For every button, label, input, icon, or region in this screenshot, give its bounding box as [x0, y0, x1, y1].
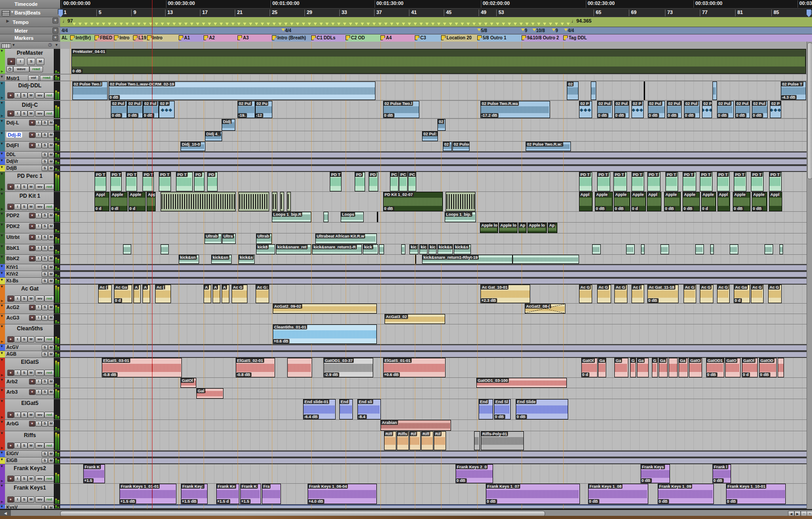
ruler-strip-tempo[interactable]: ♩97♩94.365	[60, 17, 812, 27]
view-grid-icon[interactable]	[2, 43, 11, 48]
input-button[interactable]: I	[14, 370, 21, 376]
lane-pd-perc-1[interactable]: PD TPD TPD TPD TPD TPD TPDPDPD TPDPDPCPC…	[60, 172, 807, 192]
chevron-down-icon[interactable]: ▼	[0, 142, 4, 146]
audio-clip[interactable]: 02 Pulse Two.l0 dB	[383, 101, 419, 118]
audio-clip[interactable]	[591, 81, 596, 100]
chevron-down-icon[interactable]: ▼	[0, 131, 4, 135]
mute-button[interactable]: M	[48, 132, 54, 138]
chevron-down-icon[interactable]: ▼	[0, 505, 4, 509]
clock-icon[interactable]: ◷	[48, 42, 52, 47]
record-button[interactable]: ●	[7, 370, 14, 376]
automation-mode-button[interactable]: red	[44, 476, 54, 482]
track-color-strip[interactable]: ▼	[0, 142, 5, 151]
audio-clip[interactable]: Apple0 dB	[752, 192, 767, 211]
solo-button[interactable]: S	[42, 315, 48, 321]
automation-mode-button[interactable]: red	[44, 370, 54, 376]
audio-clip[interactable]: Apple0 dB	[683, 192, 700, 211]
record-button[interactable]: ●	[7, 476, 14, 482]
audio-clip[interactable]: kick&sn	[179, 255, 199, 264]
track-color-strip[interactable]: ▼	[0, 351, 5, 357]
track-name[interactable]: KtVr2	[6, 271, 18, 276]
audio-clip[interactable]	[695, 244, 704, 254]
marker[interactable]: Tag DDL	[563, 35, 587, 40]
audio-clip[interactable]: Ac G	[751, 285, 764, 303]
lane-didj-ddl[interactable]: 02 Pulse Two.l02 Pulse Two.L.wav-DCRM_02…	[60, 81, 807, 100]
track-name[interactable]: ElGB	[6, 458, 17, 463]
audio-clip[interactable]: Frank Keys 1_06-04+4.0 dB	[308, 484, 377, 504]
input-button[interactable]: I	[35, 256, 42, 262]
meter-value[interactable]: 9	[525, 28, 527, 33]
audio-clip[interactable]: Riffs	[397, 431, 409, 450]
meter-value[interactable]: 4/4	[568, 28, 574, 33]
audio-clip[interactable]: 02	[567, 81, 579, 100]
audio-clip[interactable]: Loops 1_bip.R	[272, 212, 311, 222]
mute-button[interactable]: M	[48, 305, 54, 310]
track-name[interactable]: Ddj-R	[6, 132, 22, 138]
record-button[interactable]: ●	[29, 256, 35, 262]
audio-clip[interactable]: Ac (	[155, 285, 171, 303]
ruler-strip-markers[interactable]: ALIntr(Br)FBEDIntroL19IntroA1A2A3Intro (…	[60, 34, 812, 42]
audio-clip[interactable]: Ac (	[98, 285, 112, 303]
audio-clip[interactable]: ElGatS_02-01-0.8 dB	[236, 358, 275, 377]
track-name[interactable]: AcGV	[6, 345, 19, 350]
track-color-strip[interactable]: ▼	[0, 344, 5, 351]
track-color-strip[interactable]: ▼	[0, 451, 5, 457]
lane-pd-kit-1[interactable]: Appl0 dApple0 dlApple0 dAppPD Kit 1_02-0…	[60, 192, 807, 212]
audio-clip[interactable]	[323, 212, 328, 222]
audio-clip[interactable]: 02 Pul-19.	[237, 101, 255, 118]
audio-clip[interactable]: Apple0 d	[631, 192, 646, 211]
input-button[interactable]: I	[35, 245, 42, 251]
audio-clip[interactable]: Appl0 d	[95, 192, 109, 211]
track-color-strip[interactable]: ▼	[0, 271, 5, 277]
audio-clip[interactable]: GatOl0 d	[742, 358, 758, 377]
audio-clip[interactable]: App	[147, 192, 156, 211]
record-button[interactable]: ●	[29, 315, 35, 321]
audio-clip[interactable]: Loops	[341, 212, 364, 222]
track-color-strip[interactable]: ▼▶	[0, 172, 5, 191]
solo-button[interactable]: S	[21, 110, 28, 117]
marker[interactable]: AL	[62, 35, 67, 40]
audio-clip[interactable]: 02 Pul0 dB	[111, 101, 127, 118]
solo-button[interactable]: S	[42, 265, 48, 270]
track-list-toolbar[interactable]: ▼◷▼	[0, 42, 60, 49]
chevron-down-icon[interactable]: ▼	[0, 223, 4, 227]
lane-frank-keys2[interactable]: Frank K+1.5Frank Keys 2_00 dBFrank Keys0…	[60, 464, 807, 484]
track-name[interactable]: AGB	[6, 352, 16, 357]
meter-value[interactable]: 4/4	[285, 28, 291, 33]
audio-clip[interactable]	[446, 192, 475, 211]
chevron-down-icon[interactable]: ▼	[0, 278, 4, 282]
tempo-expander-icon[interactable]: ▶	[6, 19, 9, 23]
lane-bbk1[interactable]: kick8kick&snare_retkick&snare_return1-Rk…	[60, 244, 807, 255]
waveform-view-button[interactable]: wv	[35, 443, 44, 449]
automation-mode-button[interactable]: red	[44, 92, 54, 99]
audio-clip[interactable]	[513, 255, 579, 264]
audio-clip[interactable]: kick&s	[454, 244, 471, 254]
solo-button[interactable]: S	[42, 152, 48, 157]
mute-button[interactable]: M	[28, 412, 34, 418]
audio-clip[interactable]	[644, 81, 645, 100]
audio-clip[interactable]	[287, 192, 291, 211]
audio-clip[interactable]	[626, 244, 635, 254]
chevron-down-icon[interactable]: ▼	[0, 81, 4, 86]
lane-kt-bs[interactable]	[60, 278, 807, 285]
lane-acg2[interactable]: AcGat2_09-02AcGat2_08-(	[60, 304, 807, 314]
lane-acgv[interactable]	[60, 344, 807, 351]
waveform-view-button[interactable]: wv	[35, 370, 44, 376]
ruler-label-timecode[interactable]: Timecode	[0, 0, 60, 9]
track-name[interactable]: Clean5ths	[6, 325, 54, 332]
solo-button[interactable]: S	[42, 234, 48, 240]
input-button[interactable]: I	[14, 92, 21, 99]
chevron-down-icon[interactable]: ▼	[0, 378, 4, 382]
mute-button[interactable]: M	[28, 496, 34, 503]
audio-clip[interactable]: Rif	[409, 431, 421, 450]
record-button[interactable]: ●	[7, 92, 14, 99]
chevron-down-icon[interactable]: ▼	[0, 172, 4, 176]
audio-clip[interactable]: Clean5ths_01-01+0.6 dB	[273, 324, 377, 344]
automation-read-button[interactable]: read	[29, 66, 43, 72]
solo-button[interactable]: S	[42, 166, 48, 171]
audio-clip[interactable]: PD T	[632, 172, 644, 191]
lane-acg3[interactable]: AcGat3_02	[60, 314, 807, 324]
lane-elgtv[interactable]	[60, 451, 807, 457]
audio-clip[interactable]	[730, 244, 738, 254]
audio-clip[interactable]: PreMaster_04-010 dB	[71, 49, 806, 74]
